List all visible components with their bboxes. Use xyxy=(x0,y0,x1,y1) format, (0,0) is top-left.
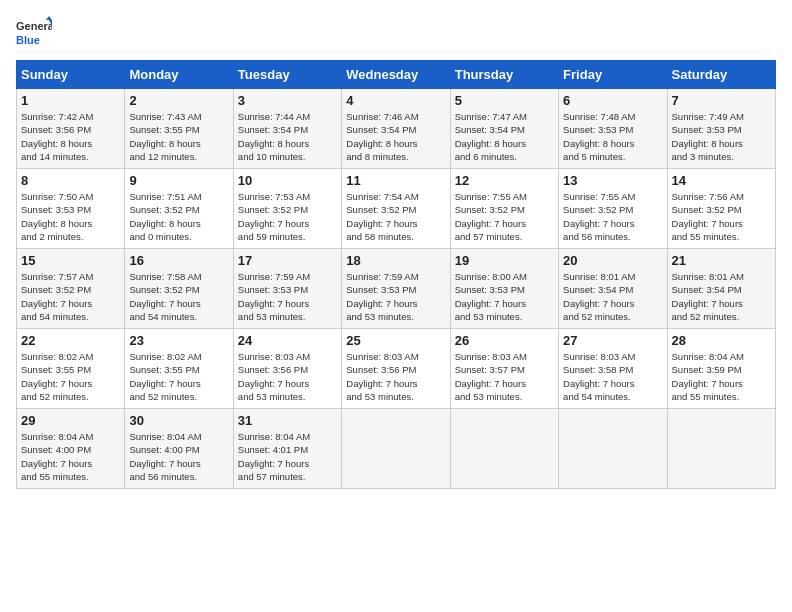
day-cell-1: 1Sunrise: 7:42 AM Sunset: 3:56 PM Daylig… xyxy=(17,89,125,169)
day-number: 15 xyxy=(21,253,120,268)
day-cell-5: 5Sunrise: 7:47 AM Sunset: 3:54 PM Daylig… xyxy=(450,89,558,169)
col-header-friday: Friday xyxy=(559,61,667,89)
day-info: Sunrise: 7:44 AM Sunset: 3:54 PM Dayligh… xyxy=(238,110,337,163)
day-info: Sunrise: 7:56 AM Sunset: 3:52 PM Dayligh… xyxy=(672,190,771,243)
day-number: 6 xyxy=(563,93,662,108)
col-header-tuesday: Tuesday xyxy=(233,61,341,89)
day-number: 30 xyxy=(129,413,228,428)
day-cell-29: 29Sunrise: 8:04 AM Sunset: 4:00 PM Dayli… xyxy=(17,409,125,489)
day-info: Sunrise: 8:03 AM Sunset: 3:56 PM Dayligh… xyxy=(346,350,445,403)
day-info: Sunrise: 7:55 AM Sunset: 3:52 PM Dayligh… xyxy=(455,190,554,243)
day-number: 25 xyxy=(346,333,445,348)
day-info: Sunrise: 8:03 AM Sunset: 3:56 PM Dayligh… xyxy=(238,350,337,403)
logo: General Blue xyxy=(16,16,52,52)
week-row-2: 8Sunrise: 7:50 AM Sunset: 3:53 PM Daylig… xyxy=(17,169,776,249)
day-cell-8: 8Sunrise: 7:50 AM Sunset: 3:53 PM Daylig… xyxy=(17,169,125,249)
day-cell-20: 20Sunrise: 8:01 AM Sunset: 3:54 PM Dayli… xyxy=(559,249,667,329)
svg-marker-3 xyxy=(46,16,52,20)
day-number: 9 xyxy=(129,173,228,188)
day-number: 13 xyxy=(563,173,662,188)
day-cell-30: 30Sunrise: 8:04 AM Sunset: 4:00 PM Dayli… xyxy=(125,409,233,489)
day-number: 14 xyxy=(672,173,771,188)
empty-cell xyxy=(342,409,450,489)
calendar-table: SundayMondayTuesdayWednesdayThursdayFrid… xyxy=(16,60,776,489)
day-info: Sunrise: 8:04 AM Sunset: 4:00 PM Dayligh… xyxy=(21,430,120,483)
day-number: 24 xyxy=(238,333,337,348)
day-cell-22: 22Sunrise: 8:02 AM Sunset: 3:55 PM Dayli… xyxy=(17,329,125,409)
day-cell-19: 19Sunrise: 8:00 AM Sunset: 3:53 PM Dayli… xyxy=(450,249,558,329)
day-info: Sunrise: 7:54 AM Sunset: 3:52 PM Dayligh… xyxy=(346,190,445,243)
day-info: Sunrise: 7:48 AM Sunset: 3:53 PM Dayligh… xyxy=(563,110,662,163)
day-number: 21 xyxy=(672,253,771,268)
day-cell-11: 11Sunrise: 7:54 AM Sunset: 3:52 PM Dayli… xyxy=(342,169,450,249)
day-cell-26: 26Sunrise: 8:03 AM Sunset: 3:57 PM Dayli… xyxy=(450,329,558,409)
day-cell-31: 31Sunrise: 8:04 AM Sunset: 4:01 PM Dayli… xyxy=(233,409,341,489)
day-info: Sunrise: 8:01 AM Sunset: 3:54 PM Dayligh… xyxy=(672,270,771,323)
day-number: 5 xyxy=(455,93,554,108)
col-header-thursday: Thursday xyxy=(450,61,558,89)
day-cell-10: 10Sunrise: 7:53 AM Sunset: 3:52 PM Dayli… xyxy=(233,169,341,249)
day-info: Sunrise: 7:55 AM Sunset: 3:52 PM Dayligh… xyxy=(563,190,662,243)
day-cell-4: 4Sunrise: 7:46 AM Sunset: 3:54 PM Daylig… xyxy=(342,89,450,169)
day-number: 10 xyxy=(238,173,337,188)
day-info: Sunrise: 8:04 AM Sunset: 3:59 PM Dayligh… xyxy=(672,350,771,403)
day-number: 23 xyxy=(129,333,228,348)
day-cell-16: 16Sunrise: 7:58 AM Sunset: 3:52 PM Dayli… xyxy=(125,249,233,329)
day-number: 26 xyxy=(455,333,554,348)
day-cell-24: 24Sunrise: 8:03 AM Sunset: 3:56 PM Dayli… xyxy=(233,329,341,409)
day-cell-14: 14Sunrise: 7:56 AM Sunset: 3:52 PM Dayli… xyxy=(667,169,775,249)
day-cell-15: 15Sunrise: 7:57 AM Sunset: 3:52 PM Dayli… xyxy=(17,249,125,329)
day-info: Sunrise: 7:51 AM Sunset: 3:52 PM Dayligh… xyxy=(129,190,228,243)
day-number: 16 xyxy=(129,253,228,268)
col-header-saturday: Saturday xyxy=(667,61,775,89)
day-cell-9: 9Sunrise: 7:51 AM Sunset: 3:52 PM Daylig… xyxy=(125,169,233,249)
day-cell-21: 21Sunrise: 8:01 AM Sunset: 3:54 PM Dayli… xyxy=(667,249,775,329)
day-cell-2: 2Sunrise: 7:43 AM Sunset: 3:55 PM Daylig… xyxy=(125,89,233,169)
page-header: General Blue xyxy=(16,16,776,52)
day-info: Sunrise: 7:47 AM Sunset: 3:54 PM Dayligh… xyxy=(455,110,554,163)
day-number: 8 xyxy=(21,173,120,188)
week-row-4: 22Sunrise: 8:02 AM Sunset: 3:55 PM Dayli… xyxy=(17,329,776,409)
svg-text:General: General xyxy=(16,20,52,32)
day-cell-17: 17Sunrise: 7:59 AM Sunset: 3:53 PM Dayli… xyxy=(233,249,341,329)
day-cell-13: 13Sunrise: 7:55 AM Sunset: 3:52 PM Dayli… xyxy=(559,169,667,249)
day-number: 3 xyxy=(238,93,337,108)
day-info: Sunrise: 7:59 AM Sunset: 3:53 PM Dayligh… xyxy=(238,270,337,323)
day-number: 11 xyxy=(346,173,445,188)
logo-svg: General Blue xyxy=(16,16,52,52)
day-info: Sunrise: 8:00 AM Sunset: 3:53 PM Dayligh… xyxy=(455,270,554,323)
day-cell-7: 7Sunrise: 7:49 AM Sunset: 3:53 PM Daylig… xyxy=(667,89,775,169)
day-number: 7 xyxy=(672,93,771,108)
day-cell-25: 25Sunrise: 8:03 AM Sunset: 3:56 PM Dayli… xyxy=(342,329,450,409)
day-number: 19 xyxy=(455,253,554,268)
day-number: 18 xyxy=(346,253,445,268)
day-info: Sunrise: 7:46 AM Sunset: 3:54 PM Dayligh… xyxy=(346,110,445,163)
day-number: 12 xyxy=(455,173,554,188)
day-number: 28 xyxy=(672,333,771,348)
day-info: Sunrise: 7:50 AM Sunset: 3:53 PM Dayligh… xyxy=(21,190,120,243)
day-cell-12: 12Sunrise: 7:55 AM Sunset: 3:52 PM Dayli… xyxy=(450,169,558,249)
day-info: Sunrise: 8:01 AM Sunset: 3:54 PM Dayligh… xyxy=(563,270,662,323)
day-info: Sunrise: 7:57 AM Sunset: 3:52 PM Dayligh… xyxy=(21,270,120,323)
day-number: 2 xyxy=(129,93,228,108)
day-number: 1 xyxy=(21,93,120,108)
day-info: Sunrise: 7:53 AM Sunset: 3:52 PM Dayligh… xyxy=(238,190,337,243)
day-cell-27: 27Sunrise: 8:03 AM Sunset: 3:58 PM Dayli… xyxy=(559,329,667,409)
day-number: 17 xyxy=(238,253,337,268)
day-number: 27 xyxy=(563,333,662,348)
day-number: 4 xyxy=(346,93,445,108)
week-row-5: 29Sunrise: 8:04 AM Sunset: 4:00 PM Dayli… xyxy=(17,409,776,489)
week-row-1: 1Sunrise: 7:42 AM Sunset: 3:56 PM Daylig… xyxy=(17,89,776,169)
week-row-3: 15Sunrise: 7:57 AM Sunset: 3:52 PM Dayli… xyxy=(17,249,776,329)
day-cell-6: 6Sunrise: 7:48 AM Sunset: 3:53 PM Daylig… xyxy=(559,89,667,169)
day-number: 29 xyxy=(21,413,120,428)
day-info: Sunrise: 8:04 AM Sunset: 4:01 PM Dayligh… xyxy=(238,430,337,483)
day-info: Sunrise: 8:04 AM Sunset: 4:00 PM Dayligh… xyxy=(129,430,228,483)
day-cell-28: 28Sunrise: 8:04 AM Sunset: 3:59 PM Dayli… xyxy=(667,329,775,409)
day-info: Sunrise: 7:43 AM Sunset: 3:55 PM Dayligh… xyxy=(129,110,228,163)
day-info: Sunrise: 8:02 AM Sunset: 3:55 PM Dayligh… xyxy=(129,350,228,403)
day-info: Sunrise: 8:03 AM Sunset: 3:58 PM Dayligh… xyxy=(563,350,662,403)
day-info: Sunrise: 8:03 AM Sunset: 3:57 PM Dayligh… xyxy=(455,350,554,403)
header-row: SundayMondayTuesdayWednesdayThursdayFrid… xyxy=(17,61,776,89)
col-header-monday: Monday xyxy=(125,61,233,89)
